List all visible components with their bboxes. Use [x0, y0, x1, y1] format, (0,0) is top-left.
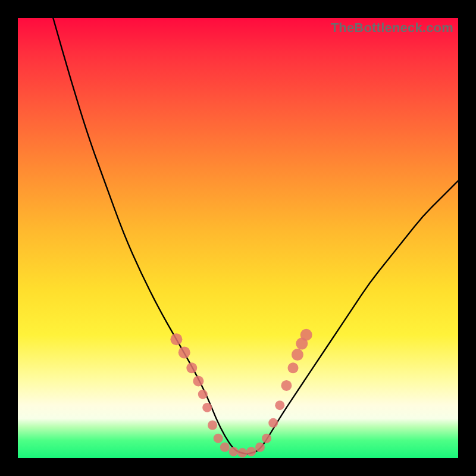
curve-marker	[237, 448, 247, 458]
curve-marker	[268, 418, 278, 428]
curve-marker	[202, 403, 212, 412]
curve-marker	[198, 390, 208, 399]
plot-area: TheBottleneck.com	[18, 18, 458, 458]
curve-marker	[275, 400, 284, 410]
curve-layer	[18, 18, 458, 458]
curve-marker	[208, 421, 217, 430]
curve-marker	[178, 346, 190, 358]
curve-marker	[246, 447, 256, 456]
curve-marker	[186, 362, 197, 373]
curve-marker	[170, 333, 182, 345]
curve-marker	[220, 443, 230, 452]
curve-marker	[193, 376, 203, 387]
curve-marker	[229, 447, 239, 456]
curve-marker	[255, 443, 265, 452]
curve-marker	[288, 362, 299, 373]
curve-markers	[170, 329, 312, 458]
outer-frame: TheBottleneck.com	[0, 0, 476, 476]
curve-marker	[281, 380, 292, 391]
curve-marker	[292, 349, 303, 361]
curve-marker	[300, 329, 312, 341]
watermark-text: TheBottleneck.com	[331, 20, 453, 36]
bottleneck-curve	[53, 18, 458, 454]
curve-marker	[214, 434, 223, 443]
curve-marker	[262, 434, 271, 443]
